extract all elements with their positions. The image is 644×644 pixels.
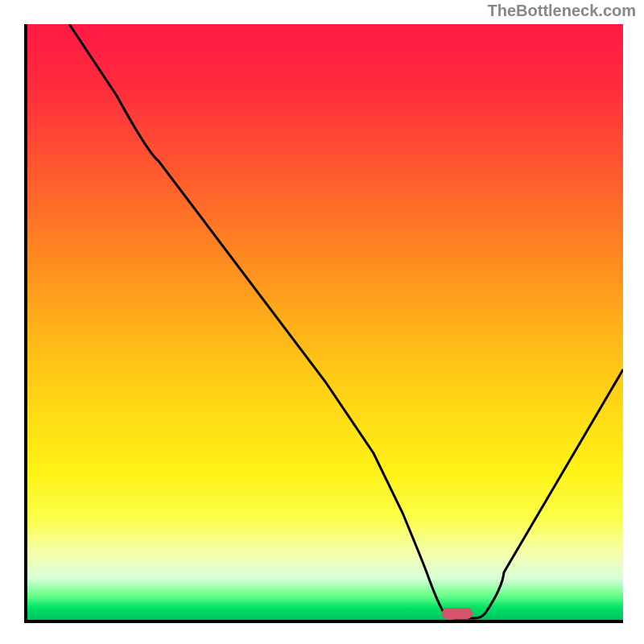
bottleneck-curve-path [69, 24, 623, 618]
watermark-text: TheBottleneck.com [488, 2, 636, 20]
chart-plot-area [24, 24, 623, 623]
optimal-marker [442, 608, 473, 619]
curve-svg [27, 24, 623, 620]
chart-container: TheBottleneck.com [0, 0, 644, 644]
